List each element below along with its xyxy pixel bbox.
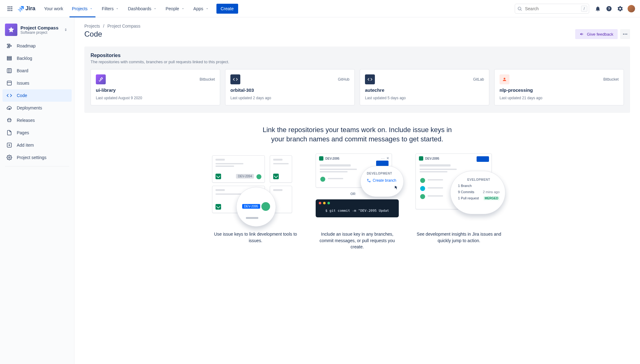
sidebar-item-label: Releases bbox=[17, 118, 35, 123]
jira-logo[interactable]: Jira bbox=[17, 5, 35, 12]
pages-icon bbox=[6, 130, 12, 135]
hero-caption: See development insights in Jira issues … bbox=[416, 231, 502, 244]
code-icon bbox=[230, 74, 240, 84]
roadmap-icon bbox=[6, 43, 12, 49]
repository-updated: Last updated 5 days ago bbox=[365, 96, 484, 100]
project-switcher-chevron-icon[interactable] bbox=[62, 26, 69, 33]
svg-rect-16 bbox=[7, 56, 11, 57]
nav-filters[interactable]: Filters bbox=[98, 0, 123, 17]
nav-people[interactable]: People bbox=[162, 0, 189, 17]
board-icon bbox=[6, 68, 12, 73]
sidebar-item-pages[interactable]: Pages bbox=[2, 127, 72, 139]
deployments-icon bbox=[6, 105, 12, 111]
project-type: Software project bbox=[20, 30, 59, 35]
repositories-panel: Repositories The repositories with commi… bbox=[84, 47, 630, 113]
repository-card[interactable]: GitHub orbital-303 Last updated 2 days a… bbox=[225, 69, 355, 105]
search-icon bbox=[517, 6, 522, 11]
nav-dashboards[interactable]: Dashboards bbox=[124, 0, 161, 17]
create-button[interactable]: Create bbox=[216, 4, 238, 14]
project-header[interactable]: Project Compass Software project bbox=[2, 22, 72, 40]
repository-updated: Last updated August 9 2020 bbox=[96, 96, 215, 100]
svg-point-33 bbox=[369, 181, 370, 182]
sidebar-item-code[interactable]: Code bbox=[2, 89, 72, 102]
svg-rect-4 bbox=[9, 8, 10, 9]
repository-updated: Last updated 21 days ago bbox=[500, 96, 619, 100]
code-icon bbox=[6, 93, 12, 98]
jira-logo-text: Jira bbox=[25, 5, 35, 12]
project-avatar bbox=[5, 24, 17, 36]
sidebar-item-label: Issues bbox=[17, 81, 29, 86]
illustration-create-branch: DEV-2095 ··· ✕ DEVELOPMENT bbox=[314, 153, 401, 225]
svg-point-29 bbox=[625, 34, 626, 35]
svg-rect-7 bbox=[9, 10, 10, 11]
search-field: / bbox=[515, 4, 589, 14]
repository-card[interactable]: GitLab autechre Last updated 5 days ago bbox=[360, 69, 489, 105]
chevron-down-icon bbox=[115, 7, 119, 11]
svg-point-30 bbox=[626, 34, 627, 35]
svg-rect-18 bbox=[7, 59, 11, 60]
search-input[interactable] bbox=[515, 4, 589, 14]
app-switcher-icon[interactable] bbox=[5, 4, 15, 14]
nav-your-work[interactable]: Your work bbox=[40, 0, 67, 17]
add-item-icon bbox=[6, 142, 12, 148]
jira-logo-icon bbox=[17, 5, 24, 12]
empty-state-hero: Link the repositories your teams work on… bbox=[84, 125, 630, 250]
breadcrumb: Projects / Project Compass bbox=[84, 24, 630, 29]
sidebar-item-label: Backlog bbox=[17, 56, 32, 61]
search-shortcut-badge: / bbox=[581, 6, 587, 12]
svg-rect-0 bbox=[8, 6, 9, 7]
svg-rect-5 bbox=[11, 8, 12, 9]
help-icon[interactable]: ? bbox=[604, 4, 614, 14]
repository-name: nlp-processing bbox=[500, 87, 619, 93]
sidebar-item-backlog[interactable]: Backlog bbox=[2, 52, 72, 64]
page-title: Code bbox=[84, 30, 102, 38]
sidebar-item-add[interactable]: Add item bbox=[2, 139, 72, 151]
svg-text:?: ? bbox=[608, 7, 610, 11]
sidebar-item-roadmap[interactable]: Roadmap bbox=[2, 40, 72, 52]
sidebar-item-settings[interactable]: Project settings bbox=[2, 151, 72, 164]
illustration-issue-keys: DEV-2094 bbox=[212, 153, 299, 225]
repository-source: GitLab bbox=[473, 77, 484, 82]
top-nav: Jira Your work Projects Filters Dashboar… bbox=[0, 0, 640, 17]
create-branch-link: Create branch bbox=[367, 178, 396, 183]
svg-rect-2 bbox=[11, 6, 12, 7]
code-icon bbox=[365, 74, 375, 84]
repository-name: autechre bbox=[365, 87, 484, 93]
sidebar-item-issues[interactable]: Issues bbox=[2, 77, 72, 89]
nav-projects[interactable]: Projects bbox=[68, 0, 97, 17]
svg-rect-14 bbox=[8, 46, 11, 47]
breadcrumb-item[interactable]: Projects bbox=[84, 24, 100, 29]
chevron-down-icon bbox=[89, 7, 93, 11]
svg-rect-3 bbox=[8, 8, 9, 9]
give-feedback-button[interactable]: Give feedback bbox=[575, 29, 618, 39]
breadcrumb-item[interactable]: Project Compass bbox=[107, 24, 140, 29]
svg-point-31 bbox=[504, 78, 505, 79]
repository-name: ui-library bbox=[96, 87, 215, 93]
backlog-icon bbox=[6, 55, 12, 61]
meatballs-icon bbox=[622, 31, 628, 37]
notifications-icon[interactable] bbox=[593, 4, 603, 14]
repositories-subtitle: The repositories with commits, branches … bbox=[91, 60, 624, 64]
repository-name: orbital-303 bbox=[230, 87, 349, 93]
bitbucket-icon bbox=[96, 74, 106, 84]
repositories-title: Repositories bbox=[91, 53, 624, 58]
sidebar-item-label: Add item bbox=[17, 143, 34, 148]
sidebar-item-deployments[interactable]: Deployments bbox=[2, 102, 72, 114]
nav-apps[interactable]: Apps bbox=[190, 0, 213, 17]
repository-source: GitHub bbox=[338, 77, 349, 82]
svg-point-32 bbox=[367, 179, 368, 180]
more-actions-button[interactable] bbox=[620, 29, 630, 39]
hero-caption: Use issue keys to link development tools… bbox=[212, 231, 299, 244]
cursor-icon bbox=[394, 185, 398, 190]
repository-card[interactable]: Bitbucket ui-library Last updated August… bbox=[91, 69, 220, 105]
sidebar-item-releases[interactable]: Releases bbox=[2, 114, 72, 127]
sidebar-item-label: Code bbox=[17, 93, 27, 98]
sidebar-divider bbox=[5, 166, 69, 166]
issues-icon bbox=[6, 80, 12, 86]
repository-card[interactable]: Bitbucket nlp-processing Last updated 21… bbox=[494, 69, 624, 105]
sidebar-item-label: Project settings bbox=[17, 155, 47, 160]
profile-avatar[interactable] bbox=[628, 5, 635, 12]
sidebar-item-board[interactable]: Board bbox=[2, 64, 72, 77]
settings-icon[interactable] bbox=[615, 4, 625, 14]
svg-rect-13 bbox=[7, 44, 10, 45]
